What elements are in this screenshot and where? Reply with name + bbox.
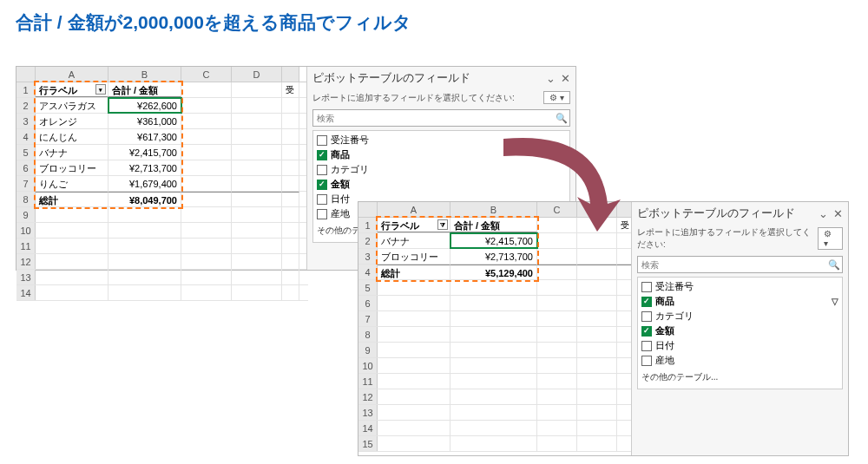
pivot-row-label-header[interactable]: 行ラベル▾: [36, 82, 108, 97]
cell[interactable]: [108, 223, 181, 238]
cell[interactable]: [577, 343, 617, 357]
table-row[interactable]: 2アスパラガス¥262,600: [16, 98, 308, 114]
cell[interactable]: [232, 254, 282, 269]
cell[interactable]: [282, 239, 299, 253]
cell[interactable]: [181, 145, 232, 160]
field-item[interactable]: カテゴリ: [640, 309, 840, 323]
checkbox[interactable]: [641, 282, 652, 292]
row-header[interactable]: 10: [16, 223, 36, 238]
table-row[interactable]: 6ブロッコリー¥2,713,700: [16, 160, 308, 176]
checkbox[interactable]: [641, 356, 652, 366]
cell[interactable]: [537, 374, 577, 389]
gear-icon[interactable]: ⚙ ▾: [818, 227, 843, 250]
cell[interactable]: [537, 296, 577, 310]
field-search[interactable]: 🔍: [312, 109, 570, 127]
cell[interactable]: ¥2,713,700: [450, 249, 537, 264]
checkbox[interactable]: [641, 326, 652, 337]
field-item[interactable]: 受注番号: [640, 279, 840, 294]
cell[interactable]: [232, 145, 282, 160]
cell[interactable]: [282, 285, 299, 300]
cell[interactable]: ¥1,679,400: [108, 176, 181, 191]
cell[interactable]: [450, 343, 537, 357]
cell[interactable]: [282, 145, 299, 160]
table-row[interactable]: 10: [358, 358, 633, 374]
cell[interactable]: [232, 129, 282, 144]
checkbox[interactable]: [641, 311, 652, 322]
filter-active-icon[interactable]: ⧩: [437, 219, 448, 230]
cell[interactable]: [181, 114, 232, 128]
table-row[interactable]: 14: [358, 421, 633, 436]
checkbox[interactable]: [317, 180, 327, 190]
row-header[interactable]: 7: [16, 176, 36, 191]
table-row[interactable]: 5バナナ¥2,415,700: [16, 145, 308, 160]
table-row[interactable]: 9: [16, 207, 308, 223]
table-row[interactable]: 3ブロッコリー¥2,713,700: [358, 249, 633, 265]
cell[interactable]: [282, 223, 299, 238]
cell[interactable]: 総計: [378, 265, 450, 279]
cell[interactable]: [282, 254, 299, 269]
cell[interactable]: [577, 405, 617, 420]
cell[interactable]: ¥5,129,400: [450, 265, 537, 279]
table-row[interactable]: 13: [358, 405, 633, 421]
cell[interactable]: [232, 114, 282, 128]
cell[interactable]: [378, 311, 450, 326]
table-row[interactable]: 14: [16, 285, 308, 301]
cell[interactable]: [450, 389, 537, 404]
row-header[interactable]: 10: [358, 358, 378, 373]
cell[interactable]: [378, 343, 450, 357]
col-header-a[interactable]: A: [36, 67, 108, 82]
row-header[interactable]: 14: [358, 421, 378, 435]
checkbox[interactable]: [317, 165, 327, 175]
pivot-row-label-header[interactable]: 行ラベル⧩: [378, 218, 450, 232]
cell[interactable]: ¥617,300: [108, 129, 181, 144]
row-header[interactable]: 14: [16, 285, 36, 300]
cell[interactable]: [181, 223, 232, 238]
row-header[interactable]: 5: [16, 145, 36, 160]
cell[interactable]: [537, 311, 577, 326]
cell[interactable]: ¥2,713,700: [108, 160, 181, 175]
col-header-d[interactable]: D: [232, 67, 282, 82]
cell[interactable]: [36, 207, 108, 222]
cell[interactable]: 総計: [36, 192, 108, 206]
cell[interactable]: [108, 285, 181, 300]
table-row[interactable]: 15: [358, 436, 633, 452]
cell[interactable]: [577, 280, 617, 295]
table-row[interactable]: 3オレンジ¥361,000: [16, 114, 308, 129]
row-header[interactable]: 9: [358, 343, 378, 357]
cell[interactable]: ¥8,049,700: [108, 192, 181, 206]
cell[interactable]: [181, 285, 232, 300]
cell[interactable]: [577, 358, 617, 373]
cell[interactable]: [181, 192, 232, 206]
field-item[interactable]: 日付: [640, 338, 840, 353]
cell[interactable]: [378, 374, 450, 389]
cell[interactable]: [378, 280, 450, 295]
worksheet-left[interactable]: A B C D 1行ラベル▾合計 / 金額受2アスパラガス¥262,6003オレ…: [16, 67, 308, 270]
cell[interactable]: [537, 421, 577, 435]
table-row[interactable]: 12: [16, 254, 308, 270]
cell[interactable]: [378, 421, 450, 435]
cell[interactable]: [282, 207, 299, 222]
cell[interactable]: [108, 207, 181, 222]
row-header[interactable]: 2: [358, 233, 378, 248]
cell[interactable]: [282, 114, 299, 128]
cell[interactable]: [232, 270, 282, 284]
checkbox[interactable]: [317, 150, 327, 160]
cell[interactable]: [378, 436, 450, 451]
cell[interactable]: [232, 207, 282, 222]
table-row[interactable]: 4にんじん¥617,300: [16, 129, 308, 145]
cell[interactable]: [36, 285, 108, 300]
col-header-a[interactable]: A: [378, 202, 450, 217]
cell[interactable]: りんご: [36, 176, 108, 191]
cell[interactable]: [537, 327, 577, 342]
cell[interactable]: [577, 436, 617, 451]
row-header[interactable]: 12: [16, 254, 36, 269]
cell[interactable]: [282, 160, 299, 175]
cell[interactable]: [537, 389, 577, 404]
cell[interactable]: [232, 223, 282, 238]
cell[interactable]: [378, 327, 450, 342]
cell[interactable]: [577, 374, 617, 389]
row-header[interactable]: 11: [358, 374, 378, 389]
row-header[interactable]: 8: [16, 192, 36, 206]
checkbox[interactable]: [641, 341, 652, 351]
checkbox[interactable]: [317, 135, 327, 146]
